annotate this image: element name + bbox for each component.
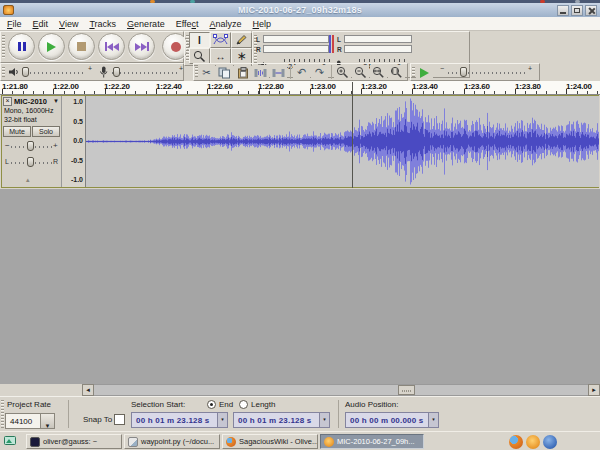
output-volume-track[interactable] (22, 72, 86, 74)
zoom-in-icon (336, 66, 349, 79)
solo-button[interactable]: Solo (32, 126, 60, 137)
menu-analyze[interactable]: Analyze (210, 19, 242, 29)
vruler-label: -1.0 (71, 176, 83, 183)
copy-icon (218, 67, 231, 79)
gain-slider[interactable] (27, 141, 34, 151)
taskbar-window-terminal[interactable]: oliver@gauss: ~ (26, 434, 122, 449)
app-tray-icon[interactable] (543, 435, 557, 449)
pan-slider[interactable] (27, 157, 34, 167)
selection-tool-button[interactable]: I (189, 32, 210, 48)
selection-end-value: 00 h 01 m 23.128 s (238, 416, 311, 425)
silence-button[interactable] (270, 65, 287, 80)
selection-start-field[interactable]: 00 h 01 m 23.128 s ▾ (131, 412, 228, 428)
skip-to-end-button[interactable] (128, 33, 155, 60)
minimize-button[interactable] (557, 5, 569, 16)
track-name[interactable]: MIC-2010 (14, 97, 47, 106)
input-volume-slider[interactable] (113, 67, 120, 77)
audacity-tray-icon[interactable] (526, 435, 540, 449)
mute-button[interactable]: Mute (3, 126, 31, 137)
recording-meter-left-bar[interactable] (344, 35, 412, 43)
menu-view[interactable]: View (59, 19, 78, 29)
zoom-out-button[interactable] (352, 65, 369, 80)
track-close-button[interactable]: × (3, 97, 12, 106)
multi-tool-button[interactable]: ∗ (231, 48, 252, 64)
copy-button[interactable] (216, 65, 233, 80)
zoom-tool-button[interactable] (189, 48, 210, 64)
selection-start-format-dropdown[interactable]: ▾ (217, 413, 227, 427)
pause-button[interactable] (8, 33, 35, 60)
collapse-track-button[interactable]: ▴ (26, 176, 30, 183)
taskbar-window-browser[interactable]: SagaciousWiki - Olive... (222, 434, 318, 449)
envelope-tool-button[interactable] (210, 32, 231, 48)
trim-icon (254, 67, 267, 79)
project-rate-select[interactable]: 44100 ▼ (5, 413, 55, 429)
firefox-tray-icon[interactable] (509, 435, 523, 449)
close-button[interactable] (585, 5, 597, 16)
snap-to-checkbox[interactable] (114, 414, 125, 425)
project-rate-dropdown-button[interactable]: ▼ (40, 414, 54, 428)
menu-help[interactable]: Help (253, 19, 272, 29)
waveform-display[interactable] (86, 96, 599, 187)
timeline-ruler[interactable]: 1:21.80 1:22.00 1:22.20 1:22.40 1:22.60 … (0, 81, 600, 95)
paste-button[interactable] (234, 65, 251, 80)
vertical-ruler[interactable]: 1.0 0.5 0.0 -0.5 -1.0 (62, 96, 86, 187)
waveform[interactable] (86, 96, 599, 187)
edit-toolbar-divider (331, 65, 332, 79)
taskbar-window-audacity[interactable]: MIC-2010-06-27_09h... (320, 434, 424, 449)
show-desktop-button[interactable] (2, 434, 18, 449)
fit-project-button[interactable] (388, 65, 405, 80)
screen: MIC-2010-06-27_09h32m18s File Edit View … (0, 0, 600, 450)
pause-icon (18, 42, 26, 51)
audacity-icon (324, 437, 334, 447)
play-at-speed-icon (420, 68, 429, 78)
scrollbar-row: ◂ ▸ (0, 384, 600, 396)
playback-speed-slider[interactable] (460, 67, 467, 77)
end-radio[interactable] (207, 400, 216, 409)
playback-meter-left-label: L (256, 37, 260, 44)
recording-meter-right-bar[interactable] (344, 45, 412, 53)
selection-end-format-dropdown[interactable]: ▾ (319, 413, 329, 427)
length-radio[interactable] (239, 400, 248, 409)
cut-button[interactable]: ✂ (198, 65, 215, 80)
play-button[interactable] (38, 33, 65, 60)
fit-selection-button[interactable] (370, 65, 387, 80)
trim-button[interactable] (252, 65, 269, 80)
menu-edit[interactable]: Edit (33, 19, 49, 29)
draw-tool-button[interactable] (231, 32, 252, 48)
redo-button[interactable]: ↷ (311, 65, 328, 80)
menu-generate[interactable]: Generate (127, 19, 165, 29)
skip-to-start-button[interactable] (98, 33, 125, 60)
track-menu-dropdown-icon[interactable]: ▼ (53, 98, 59, 104)
maximize-button[interactable] (571, 5, 583, 16)
titlebar[interactable]: MIC-2010-06-27_09h32m18s (0, 3, 600, 17)
mixer-toolbar-grip[interactable] (2, 67, 5, 77)
menu-tracks[interactable]: Tracks (89, 19, 116, 29)
audio-position-field[interactable]: 00 h 00 m 00.000 s ▾ (345, 412, 439, 428)
output-volume-slider[interactable] (22, 67, 29, 77)
vruler-label: 0.5 (73, 118, 83, 125)
selection-toolbar-grip[interactable] (1, 400, 4, 428)
menu-effect[interactable]: Effect (176, 19, 199, 29)
play-icon (47, 42, 56, 52)
undo-button[interactable]: ↶ (293, 65, 310, 80)
input-volume-track[interactable] (112, 72, 178, 74)
timeshift-tool-button[interactable]: ↔ (210, 48, 231, 64)
play-at-speed-button[interactable] (416, 65, 433, 80)
track-format-line2: 32-bit float (4, 116, 60, 123)
playback-meter-right-bar[interactable] (263, 45, 329, 53)
menu-file[interactable]: File (7, 19, 22, 29)
transport-toolbar-grip[interactable] (2, 35, 5, 59)
stop-button[interactable] (68, 33, 95, 60)
horizontal-scrollbar[interactable] (82, 384, 600, 396)
scroll-left-button[interactable]: ◂ (82, 384, 94, 396)
taskbar-window-editor[interactable]: waypoint.py (~/docu... (124, 434, 220, 449)
audio-position-format-dropdown[interactable]: ▾ (428, 413, 438, 427)
zoom-in-button[interactable] (334, 65, 351, 80)
scroll-right-button[interactable]: ▸ (588, 384, 600, 396)
playback-meter-left-bar[interactable] (263, 35, 329, 43)
taskbar-window-label: SagaciousWiki - Olive... (239, 437, 318, 446)
skip-to-end-icon (135, 42, 149, 51)
transcription-toolbar-grip[interactable] (412, 67, 415, 77)
scrollbar-thumb[interactable] (398, 385, 415, 395)
selection-end-field[interactable]: 00 h 01 m 23.128 s ▾ (233, 412, 330, 428)
